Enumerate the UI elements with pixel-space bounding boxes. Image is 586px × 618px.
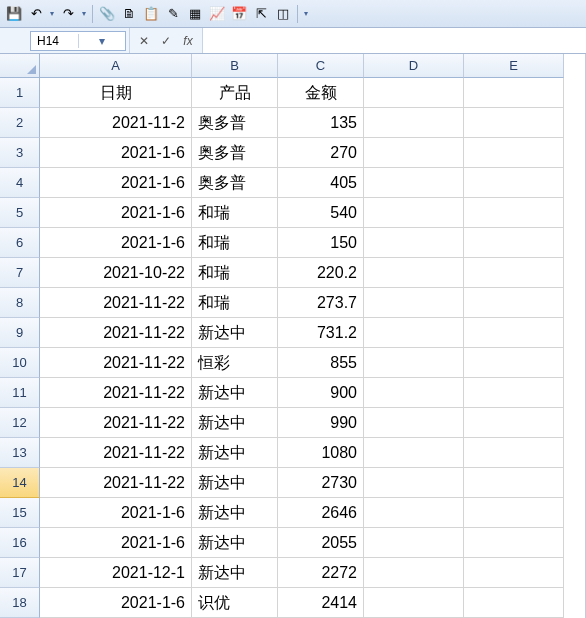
cell-B17[interactable]: 新达中 <box>192 558 278 588</box>
cell-E3[interactable] <box>464 138 564 168</box>
redo-icon[interactable]: ↷ <box>58 4 78 24</box>
formula-input[interactable] <box>203 28 586 53</box>
cell-D5[interactable] <box>364 198 464 228</box>
cell-D4[interactable] <box>364 168 464 198</box>
row-header-8[interactable]: 8 <box>0 288 40 318</box>
rename-icon[interactable]: ✎ <box>163 4 183 24</box>
template-icon[interactable]: ◫ <box>273 4 293 24</box>
cell-C16[interactable]: 2055 <box>278 528 364 558</box>
row-header-14[interactable]: 14 <box>0 468 40 498</box>
cell-E14[interactable] <box>464 468 564 498</box>
cell-A18[interactable]: 2021-1-6 <box>40 588 192 618</box>
cell-C13[interactable]: 1080 <box>278 438 364 468</box>
cell-A14[interactable]: 2021-11-22 <box>40 468 192 498</box>
new-doc-icon[interactable]: 🗎 <box>119 4 139 24</box>
cell-D14[interactable] <box>364 468 464 498</box>
row-header-17[interactable]: 17 <box>0 558 40 588</box>
table-icon[interactable]: ▦ <box>185 4 205 24</box>
cell-C14[interactable]: 2730 <box>278 468 364 498</box>
cell-A2[interactable]: 2021-11-2 <box>40 108 192 138</box>
column-header-C[interactable]: C <box>278 54 364 78</box>
column-header-A[interactable]: A <box>40 54 192 78</box>
cell-A13[interactable]: 2021-11-22 <box>40 438 192 468</box>
cell-C8[interactable]: 273.7 <box>278 288 364 318</box>
cell-A15[interactable]: 2021-1-6 <box>40 498 192 528</box>
cell-E4[interactable] <box>464 168 564 198</box>
row-header-1[interactable]: 1 <box>0 78 40 108</box>
row-header-12[interactable]: 12 <box>0 408 40 438</box>
row-header-4[interactable]: 4 <box>0 168 40 198</box>
cell-B2[interactable]: 奥多普 <box>192 108 278 138</box>
cell-D7[interactable] <box>364 258 464 288</box>
cell-B14[interactable]: 新达中 <box>192 468 278 498</box>
cell-E12[interactable] <box>464 408 564 438</box>
name-box[interactable]: H14 ▾ <box>30 31 126 51</box>
paste-icon[interactable]: 📋 <box>141 4 161 24</box>
name-box-dropdown-icon[interactable]: ▾ <box>78 34 126 48</box>
cell-B16[interactable]: 新达中 <box>192 528 278 558</box>
row-header-5[interactable]: 5 <box>0 198 40 228</box>
cell-C3[interactable]: 270 <box>278 138 364 168</box>
cell-B4[interactable]: 奥多普 <box>192 168 278 198</box>
cell-C9[interactable]: 731.2 <box>278 318 364 348</box>
cell-E2[interactable] <box>464 108 564 138</box>
cell-D9[interactable] <box>364 318 464 348</box>
cell-A1[interactable]: 日期 <box>40 78 192 108</box>
cell-D10[interactable] <box>364 348 464 378</box>
cell-E6[interactable] <box>464 228 564 258</box>
cell-A16[interactable]: 2021-1-6 <box>40 528 192 558</box>
cell-C18[interactable]: 2414 <box>278 588 364 618</box>
cell-D8[interactable] <box>364 288 464 318</box>
cell-A11[interactable]: 2021-11-22 <box>40 378 192 408</box>
cell-A7[interactable]: 2021-10-22 <box>40 258 192 288</box>
cell-A6[interactable]: 2021-1-6 <box>40 228 192 258</box>
cell-B7[interactable]: 和瑞 <box>192 258 278 288</box>
cancel-icon[interactable]: ✕ <box>136 34 152 48</box>
cell-D6[interactable] <box>364 228 464 258</box>
cell-D17[interactable] <box>364 558 464 588</box>
chart-icon[interactable]: 📈 <box>207 4 227 24</box>
column-header-E[interactable]: E <box>464 54 564 78</box>
cell-E16[interactable] <box>464 528 564 558</box>
cell-E17[interactable] <box>464 558 564 588</box>
cell-E5[interactable] <box>464 198 564 228</box>
cell-C2[interactable]: 135 <box>278 108 364 138</box>
cell-A10[interactable]: 2021-11-22 <box>40 348 192 378</box>
cell-B13[interactable]: 新达中 <box>192 438 278 468</box>
undo-drop[interactable]: ▾ <box>48 9 56 18</box>
cell-C15[interactable]: 2646 <box>278 498 364 528</box>
cell-A4[interactable]: 2021-1-6 <box>40 168 192 198</box>
confirm-icon[interactable]: ✓ <box>158 34 174 48</box>
cell-E7[interactable] <box>464 258 564 288</box>
cell-D1[interactable] <box>364 78 464 108</box>
cell-C6[interactable]: 150 <box>278 228 364 258</box>
cell-D11[interactable] <box>364 378 464 408</box>
row-header-18[interactable]: 18 <box>0 588 40 618</box>
column-header-D[interactable]: D <box>364 54 464 78</box>
cell-A9[interactable]: 2021-11-22 <box>40 318 192 348</box>
select-all-corner[interactable] <box>0 54 40 78</box>
cell-E1[interactable] <box>464 78 564 108</box>
cell-C17[interactable]: 2272 <box>278 558 364 588</box>
cell-E10[interactable] <box>464 348 564 378</box>
cell-B12[interactable]: 新达中 <box>192 408 278 438</box>
cell-B6[interactable]: 和瑞 <box>192 228 278 258</box>
cell-A5[interactable]: 2021-1-6 <box>40 198 192 228</box>
row-header-6[interactable]: 6 <box>0 228 40 258</box>
row-header-11[interactable]: 11 <box>0 378 40 408</box>
row-header-10[interactable]: 10 <box>0 348 40 378</box>
row-header-2[interactable]: 2 <box>0 108 40 138</box>
cell-C4[interactable]: 405 <box>278 168 364 198</box>
export-icon[interactable]: ⇱ <box>251 4 271 24</box>
cell-D15[interactable] <box>364 498 464 528</box>
calendar-icon[interactable]: 📅 <box>229 4 249 24</box>
cell-C11[interactable]: 900 <box>278 378 364 408</box>
cell-A8[interactable]: 2021-11-22 <box>40 288 192 318</box>
cell-B18[interactable]: 识优 <box>192 588 278 618</box>
cell-C1[interactable]: 金额 <box>278 78 364 108</box>
cell-C5[interactable]: 540 <box>278 198 364 228</box>
cell-B11[interactable]: 新达中 <box>192 378 278 408</box>
row-header-7[interactable]: 7 <box>0 258 40 288</box>
cell-E11[interactable] <box>464 378 564 408</box>
cell-E9[interactable] <box>464 318 564 348</box>
